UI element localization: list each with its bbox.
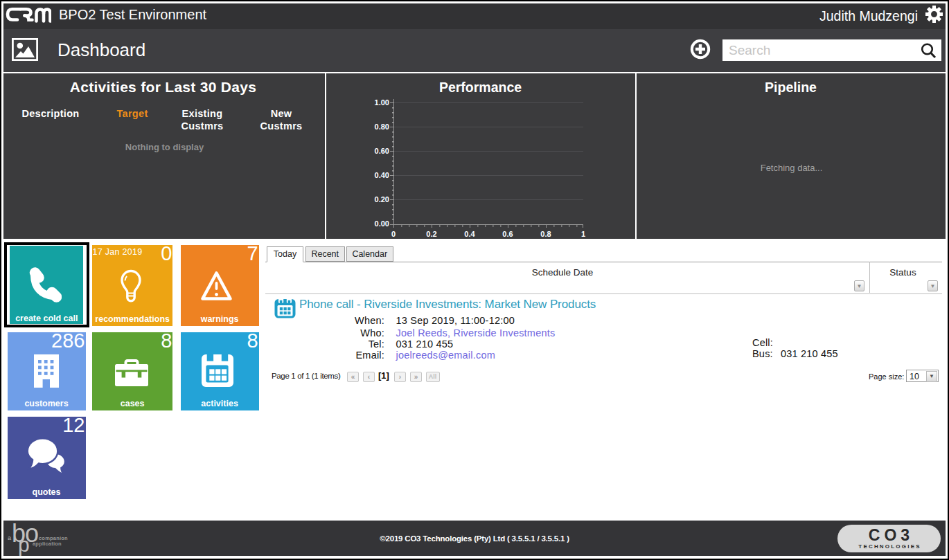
svg-text:0.4: 0.4 [464,230,475,238]
svg-text:0.6: 0.6 [502,230,513,238]
svg-text:0.8: 0.8 [540,230,551,238]
svg-text:0.60: 0.60 [375,147,389,155]
svg-text:0: 0 [391,230,396,238]
svg-text:0.2: 0.2 [426,230,436,238]
svg-text:0.40: 0.40 [375,171,389,179]
svg-text:0.80: 0.80 [375,123,389,131]
svg-text:0.20: 0.20 [375,195,389,204]
svg-text:1.00: 1.00 [375,98,389,107]
svg-text:1: 1 [581,230,585,238]
svg-text:0.00: 0.00 [375,219,389,228]
